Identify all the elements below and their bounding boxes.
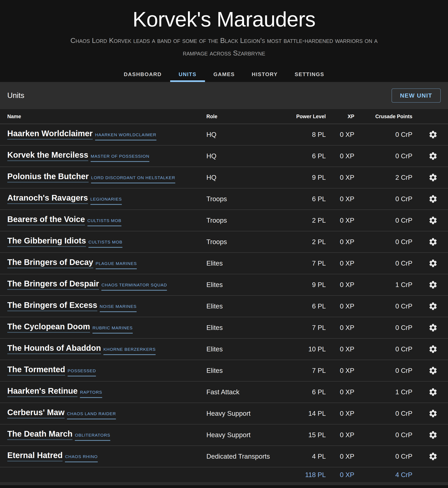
unit-settings-button[interactable] xyxy=(428,344,438,354)
unit-role: Elites xyxy=(206,281,285,289)
unit-xp: 0 XP xyxy=(326,281,354,289)
next-section-edge xyxy=(0,482,448,485)
unit-settings-button[interactable] xyxy=(428,430,438,440)
unit-name: The Hounds of Abaddon xyxy=(7,343,101,354)
column-header-power-level: Power Level xyxy=(285,114,326,119)
unit-datasheet: CHAOS RHINO xyxy=(65,454,97,462)
unit-settings-button[interactable] xyxy=(428,280,438,290)
unit-settings-button[interactable] xyxy=(428,259,438,268)
gear-icon xyxy=(428,387,438,397)
unit-crusade-points: 0 CrP xyxy=(354,367,412,374)
unit-settings-button[interactable] xyxy=(428,452,438,461)
nav-tabs: Dashboard Units Games History Settings xyxy=(0,67,448,82)
unit-link[interactable]: The Hounds of AbaddonKHORNE BERZERKERS xyxy=(7,343,156,355)
unit-settings-button[interactable] xyxy=(428,173,438,182)
table-row: The TormentedPOSSESSED Elites 7 PL 0 XP … xyxy=(0,360,448,382)
unit-link[interactable]: Cerberus' MawCHAOS LAND RAIDER xyxy=(7,408,116,419)
unit-name: The Tormented xyxy=(7,365,65,376)
unit-link[interactable]: Atranoch's RavagersLEGIONARIES xyxy=(7,193,122,205)
new-unit-button[interactable]: New Unit xyxy=(392,89,441,103)
army-header: Korvek's Marauders Chaos Lord Korvek lea… xyxy=(0,0,448,82)
unit-link[interactable]: The Bringers of DecayPLAGUE MARINES xyxy=(7,258,137,269)
gear-icon xyxy=(428,301,438,311)
table-row: Haarken WorldclaimerHAARKEN WORLDCLAIMER… xyxy=(0,124,448,146)
tab-games[interactable]: Games xyxy=(205,67,243,82)
table-row: The Hounds of AbaddonKHORNE BERZERKERS E… xyxy=(0,339,448,360)
unit-datasheet: NOISE MARINES xyxy=(100,304,136,312)
tab-dashboard[interactable]: Dashboard xyxy=(115,67,170,82)
unit-datasheet: CULTISTS MOB xyxy=(88,218,121,226)
unit-role: HQ xyxy=(206,174,285,181)
unit-link[interactable]: The TormentedPOSSESSED xyxy=(7,365,96,376)
unit-role: Fast Attack xyxy=(206,388,285,396)
unit-crusade-points: 1 CrP xyxy=(354,281,412,289)
table-row: Cerberus' MawCHAOS LAND RAIDER Heavy Sup… xyxy=(0,403,448,424)
unit-crusade-points: 0 CrP xyxy=(354,260,412,267)
unit-name: The Cyclopean Doom xyxy=(7,322,90,333)
table-row: The Bringers of ExcessNOISE MARINES Elit… xyxy=(0,296,448,317)
tab-label: Settings xyxy=(295,71,324,78)
unit-crusade-points: 0 CrP xyxy=(354,453,412,460)
unit-link[interactable]: The Bringers of DespairCHAOS TERMINATOR … xyxy=(7,279,167,291)
table-row: Polonius the ButcherLORD DISCORDANT ON H… xyxy=(0,167,448,188)
unit-settings-button[interactable] xyxy=(428,301,438,311)
unit-link[interactable]: Bearers of the VoiceCULTISTS MOB xyxy=(7,215,121,226)
unit-xp: 0 XP xyxy=(326,388,354,396)
unit-settings-button[interactable] xyxy=(428,323,438,333)
tab-units[interactable]: Units xyxy=(170,67,205,82)
unit-xp: 0 XP xyxy=(326,217,354,224)
unit-link[interactable]: Polonius the ButcherLORD DISCORDANT ON H… xyxy=(7,172,175,183)
tab-history[interactable]: History xyxy=(243,67,286,82)
tab-label: Dashboard xyxy=(124,71,162,78)
unit-xp: 0 XP xyxy=(326,453,354,460)
table-row: The Bringers of DecayPLAGUE MARINES Elit… xyxy=(0,253,448,274)
unit-datasheet: KHORNE BERZERKERS xyxy=(104,347,156,355)
unit-link[interactable]: The Bringers of ExcessNOISE MARINES xyxy=(7,301,136,312)
unit-link[interactable]: Haarken WorldclaimerHAARKEN WORLDCLAIMER xyxy=(7,129,156,140)
unit-settings-button[interactable] xyxy=(428,151,438,161)
gear-icon xyxy=(428,259,438,268)
unit-xp: 0 XP xyxy=(326,345,354,353)
unit-link[interactable]: Korvek the MercilessMASTER OF POSSESSION xyxy=(7,150,149,162)
unit-power-level: 9 PL xyxy=(285,174,326,181)
total-power-level: 118 PL xyxy=(285,471,326,479)
unit-power-level: 4 PL xyxy=(285,453,326,460)
table-row: Haarken's RetinueRAPTORS Fast Attack 6 P… xyxy=(0,382,448,403)
gear-icon xyxy=(428,344,438,354)
gear-icon xyxy=(428,430,438,440)
unit-link[interactable]: The Gibbering IdiotsCULTISTS MOB xyxy=(7,236,122,248)
unit-settings-button[interactable] xyxy=(428,387,438,397)
unit-role: Heavy Support xyxy=(206,431,285,439)
unit-datasheet: LORD DISCORDANT ON HELSTALKER xyxy=(91,175,175,183)
unit-crusade-points: 0 CrP xyxy=(354,195,412,203)
unit-settings-button[interactable] xyxy=(428,237,438,247)
gear-icon xyxy=(428,130,438,139)
unit-crusade-points: 0 CrP xyxy=(354,431,412,439)
gear-icon xyxy=(428,194,438,204)
table-row: Atranoch's RavagersLEGIONARIES Troops 6 … xyxy=(0,188,448,210)
unit-crusade-points: 0 CrP xyxy=(354,238,412,246)
unit-link[interactable]: Eternal HatredCHAOS RHINO xyxy=(7,451,98,462)
unit-link[interactable]: The Death MarchOBLITERATORS xyxy=(7,429,110,441)
unit-power-level: 7 PL xyxy=(285,324,326,332)
unit-name: The Bringers of Excess xyxy=(7,301,97,311)
unit-xp: 0 XP xyxy=(326,238,354,246)
gear-icon xyxy=(428,151,438,161)
table-row: Korvek the MercilessMASTER OF POSSESSION… xyxy=(0,146,448,167)
tab-settings[interactable]: Settings xyxy=(286,67,333,82)
unit-xp: 0 XP xyxy=(326,302,354,310)
column-header-xp: XP xyxy=(326,114,354,119)
unit-settings-button[interactable] xyxy=(428,130,438,139)
unit-settings-button[interactable] xyxy=(428,409,438,418)
totals-row: 118 PL 0 XP 4 CrP xyxy=(0,467,448,482)
unit-settings-button[interactable] xyxy=(428,194,438,204)
unit-datasheet: HAARKEN WORLDCLAIMER xyxy=(95,132,156,140)
unit-role: HQ xyxy=(206,152,285,160)
unit-link[interactable]: The Cyclopean DoomRUBRIC MARINES xyxy=(7,322,133,333)
unit-settings-button[interactable] xyxy=(428,216,438,225)
unit-name: Eternal Hatred xyxy=(7,451,63,462)
column-header-crusade-points: Crusade Points xyxy=(354,114,412,119)
unit-settings-button[interactable] xyxy=(428,366,438,375)
unit-link[interactable]: Haarken's RetinueRAPTORS xyxy=(7,386,102,398)
unit-datasheet: LEGIONARIES xyxy=(90,197,122,205)
